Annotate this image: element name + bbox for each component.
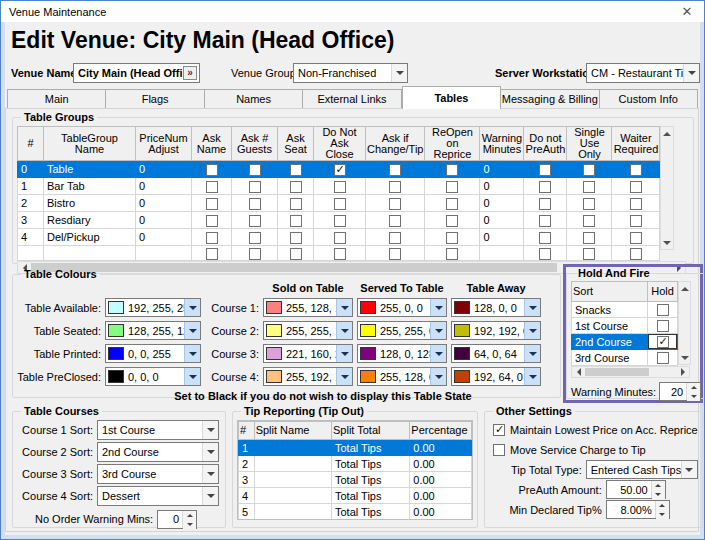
scroll-left-icon[interactable] <box>572 367 585 377</box>
column-header[interactable]: Do not PreAuth <box>524 127 567 161</box>
do_not_ask_close-checkbox[interactable] <box>334 181 346 193</box>
cell-do_not_ask_close[interactable] <box>314 195 366 212</box>
tab-external-links[interactable]: External Links <box>303 89 401 109</box>
table-row[interactable]: 3Resdiary00 <box>18 212 660 229</box>
cell-split-name[interactable] <box>254 440 331 456</box>
cell-name[interactable]: Bar Tab <box>44 178 136 195</box>
spinner-down-icon[interactable] <box>687 392 700 401</box>
ask_seat-checkbox[interactable] <box>290 164 302 176</box>
chevron-down-icon[interactable] <box>683 64 699 82</box>
sold-colour-select[interactable]: 255, 192, 128 <box>263 367 353 386</box>
tip-row[interactable]: 4Total Tips0.00 <box>239 488 472 504</box>
chevron-down-icon[interactable] <box>430 345 446 362</box>
cell-warning_minutes[interactable]: 0 <box>480 161 524 178</box>
cell-num[interactable]: 2 <box>239 456 255 472</box>
cell-ask_guests[interactable] <box>232 212 278 229</box>
cell-single_use_only[interactable] <box>567 195 612 212</box>
cell-pricenum_adjust[interactable]: 0 <box>136 195 192 212</box>
cell-hold[interactable] <box>648 334 678 350</box>
waiter_required-checkbox[interactable] <box>630 215 642 227</box>
column-header[interactable]: Do Not Ask Close <box>314 127 366 161</box>
single_use_only-checkbox[interactable] <box>583 215 595 227</box>
table-state-colour-select[interactable]: 0, 0, 255 <box>105 344 201 363</box>
cell-single_use_only[interactable] <box>567 229 612 246</box>
cell-ask_seat[interactable] <box>278 178 314 195</box>
cell-sort[interactable]: 1st Course <box>572 318 648 334</box>
reopen_on_reprice-checkbox[interactable] <box>446 181 458 193</box>
cell-split-name[interactable] <box>254 472 331 488</box>
cell-do_not_preauth[interactable] <box>524 178 567 195</box>
chevron-down-icon[interactable] <box>336 345 352 362</box>
ask_if_change_tip-checkbox[interactable] <box>389 198 401 210</box>
tab-flags[interactable]: Flags <box>106 89 204 109</box>
hold-checkbox[interactable] <box>657 352 669 364</box>
column-header[interactable]: Percentage <box>410 422 472 440</box>
cell-name[interactable]: Table <box>44 161 136 178</box>
tip-row[interactable]: 2Total Tips0.00 <box>239 456 472 472</box>
ask_guests-checkbox[interactable] <box>249 164 261 176</box>
ask_if_change_tip-checkbox[interactable] <box>389 232 401 244</box>
cell-ask_seat[interactable] <box>278 161 314 178</box>
chevron-down-icon[interactable] <box>430 299 446 316</box>
cell-num[interactable]: 0 <box>18 161 44 178</box>
tab-custom-info[interactable]: Custom Info <box>600 89 698 109</box>
spinner-up-icon[interactable] <box>687 383 700 392</box>
chevron-down-icon[interactable] <box>681 461 697 478</box>
ask_guests-checkbox[interactable] <box>249 248 261 260</box>
hold-checkbox[interactable] <box>657 304 669 316</box>
ask_seat-checkbox[interactable] <box>290 232 302 244</box>
cell-num[interactable]: 4 <box>18 229 44 246</box>
hold-checkbox[interactable] <box>657 320 669 332</box>
cell-pricenum_adjust[interactable]: 0 <box>136 161 192 178</box>
cell-name[interactable]: Bistro <box>44 195 136 212</box>
tab-messaging-billing[interactable]: Messaging & Billing <box>501 89 599 109</box>
venue-name-input[interactable]: City Main (Head Offi » <box>73 63 200 83</box>
table-state-colour-select[interactable]: 192, 255, 255 <box>105 298 201 317</box>
cell-warning_minutes[interactable]: 0 <box>480 195 524 212</box>
do_not_ask_close-checkbox[interactable] <box>334 232 346 244</box>
away-colour-select[interactable]: 64, 0, 64 <box>451 344 541 363</box>
ask_seat-checkbox[interactable] <box>290 248 302 260</box>
cell-do_not_preauth[interactable] <box>524 212 567 229</box>
cell-ask_if_change_tip[interactable] <box>366 212 425 229</box>
cell-reopen_on_reprice[interactable] <box>425 161 480 178</box>
chevron-down-icon[interactable] <box>202 465 218 483</box>
chevron-down-icon[interactable] <box>524 299 540 316</box>
cell-split-total[interactable]: Total Tips <box>332 456 410 472</box>
chevron-down-icon[interactable] <box>391 64 407 82</box>
do_not_preauth-checkbox[interactable] <box>539 181 551 193</box>
cell-waiter_required[interactable] <box>612 178 660 195</box>
cell-ask_guests[interactable] <box>232 161 278 178</box>
ask_name-checkbox[interactable] <box>206 248 218 260</box>
cell-name[interactable]: Del/Pickup <box>44 229 136 246</box>
table-row[interactable]: 0Table00 <box>18 161 660 178</box>
do_not_ask_close-checkbox[interactable] <box>334 198 346 210</box>
column-header[interactable]: Warning Minutes <box>480 127 524 161</box>
cell-warning_minutes[interactable]: 0 <box>480 212 524 229</box>
cell-ask_guests[interactable] <box>232 229 278 246</box>
spinner-up-icon[interactable] <box>656 501 669 510</box>
ask_name-checkbox[interactable] <box>206 232 218 244</box>
column-header[interactable]: PriceNum Adjust <box>136 127 192 161</box>
chevron-down-icon[interactable] <box>524 368 540 385</box>
cell-ask_seat[interactable] <box>278 195 314 212</box>
ask_guests-checkbox[interactable] <box>249 181 261 193</box>
cell-num[interactable]: 5 <box>239 504 255 520</box>
column-header[interactable]: Waiter Required <box>612 127 660 161</box>
chevron-down-icon[interactable] <box>184 322 200 339</box>
table-state-colour-select[interactable]: 0, 0, 0 <box>105 367 201 386</box>
expand-venue-name-button[interactable]: » <box>183 66 197 80</box>
ask_name-checkbox[interactable] <box>206 215 218 227</box>
sold-colour-select[interactable]: 221, 160, 221 <box>263 344 353 363</box>
cell-split-total[interactable]: Total Tips <box>332 440 410 456</box>
cell-do_not_preauth[interactable] <box>524 229 567 246</box>
column-header[interactable]: Sort <box>572 282 648 302</box>
column-header[interactable]: Split Name <box>254 422 331 440</box>
hold-fire-row[interactable]: 1st Course <box>572 318 678 334</box>
cell-do_not_ask_close[interactable] <box>314 161 366 178</box>
cell-percentage[interactable]: 0.00 <box>410 456 472 472</box>
waiter_required-checkbox[interactable] <box>630 248 642 260</box>
single_use_only-checkbox[interactable] <box>583 198 595 210</box>
chevron-down-icon[interactable] <box>184 299 200 316</box>
cell-single_use_only[interactable] <box>567 178 612 195</box>
